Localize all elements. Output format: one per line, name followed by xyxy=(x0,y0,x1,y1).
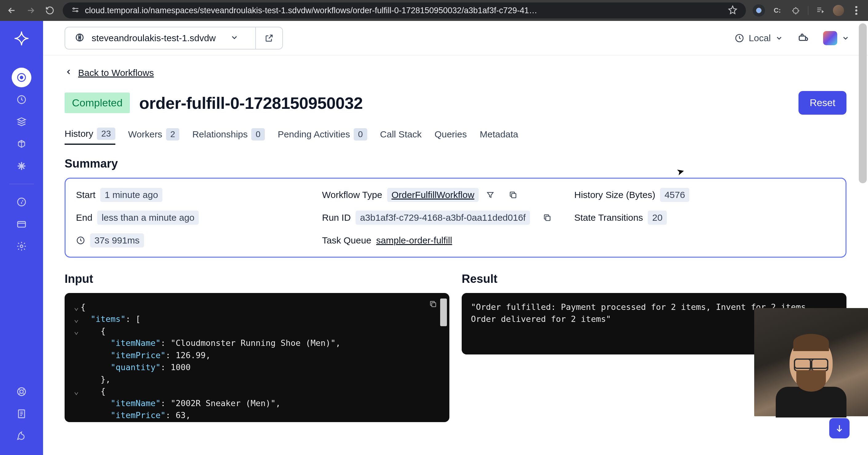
summary-duration: 37s 991ms xyxy=(76,233,322,248)
sidebar-settings-icon[interactable] xyxy=(12,236,31,256)
browser-reload-icon[interactable] xyxy=(44,4,56,17)
divider xyxy=(808,6,808,15)
tab-pending-count: 0 xyxy=(354,128,367,140)
input-heading: Input xyxy=(65,272,450,286)
extensions-puzzle-icon[interactable] xyxy=(789,4,802,17)
sidebar-workflows-icon[interactable] xyxy=(12,68,31,87)
tab-queries[interactable]: Queries xyxy=(435,128,467,145)
summary-start: Start 1 minute ago xyxy=(76,188,322,202)
status-badge: Completed xyxy=(65,93,130,113)
scroll-down-fab[interactable] xyxy=(829,418,849,438)
timezone-picker[interactable]: Local xyxy=(735,33,783,43)
sidebar-archival-icon[interactable] xyxy=(12,134,31,154)
sidebar xyxy=(0,21,43,455)
svg-point-2 xyxy=(756,8,762,13)
tabs: History 23 Workers 2 Relationships 0 Pen… xyxy=(65,128,846,145)
chevron-left-icon xyxy=(65,68,72,78)
tab-workers[interactable]: Workers 2 xyxy=(128,128,180,145)
svg-point-3 xyxy=(856,6,857,8)
summary-box: Start 1 minute ago Workflow Type OrderFu… xyxy=(65,178,846,258)
tab-callstack-label: Call Stack xyxy=(380,129,422,139)
namespace-icon xyxy=(74,32,85,44)
summary-task-queue: Task Queue sample-order-fulfill xyxy=(322,235,574,246)
sidebar-docs-icon[interactable] xyxy=(12,404,31,424)
input-code-box[interactable]: ⌄{ ⌄ "items": [ ⌄ { "itemName": "Cloudmo… xyxy=(65,293,450,422)
extension-2-icon[interactable]: C: xyxy=(771,4,783,17)
workflow-type-link[interactable]: OrderFulfillWorkflow xyxy=(387,188,479,202)
bookmark-star-icon[interactable] xyxy=(728,5,737,16)
chevron-down-icon xyxy=(223,33,246,43)
reset-button[interactable]: Reset xyxy=(799,91,846,115)
summary-history-size: History Size (Bytes) 4576 xyxy=(574,188,835,202)
site-settings-icon[interactable] xyxy=(71,6,80,15)
title-row: Completed order-fulfill-0-1728150950032 … xyxy=(65,91,846,115)
browser-forward-icon[interactable] xyxy=(25,4,37,17)
tab-pending-label: Pending Activities xyxy=(278,129,350,139)
sidebar-usage-icon[interactable] xyxy=(12,192,31,212)
sidebar-billing-icon[interactable] xyxy=(12,214,31,234)
namespace-name: steveandroulakis-test-1.sdvdw xyxy=(92,33,216,43)
browser-chrome: cloud.temporal.io/namespaces/steveandrou… xyxy=(0,0,868,21)
sidebar-schedules-icon[interactable] xyxy=(12,90,31,109)
back-to-workflows-link[interactable]: Back to Workflows xyxy=(65,68,154,78)
browser-toolbar-right: C: xyxy=(753,4,863,17)
filter-icon[interactable] xyxy=(486,191,495,199)
svg-rect-19 xyxy=(512,193,516,198)
summary-workflow-type: Workflow Type OrderFulfillWorkflow xyxy=(322,188,574,202)
tab-history-label: History xyxy=(65,129,93,139)
svg-rect-20 xyxy=(546,216,550,221)
tab-pending-activities[interactable]: Pending Activities 0 xyxy=(278,128,367,145)
extension-1-icon[interactable] xyxy=(753,4,765,17)
svg-rect-10 xyxy=(18,222,26,227)
svg-rect-18 xyxy=(799,36,806,40)
summary-end: End less than a minute ago xyxy=(76,210,322,225)
code-scrollbar[interactable] xyxy=(440,298,447,326)
browser-back-icon[interactable] xyxy=(5,4,18,17)
tab-history[interactable]: History 23 xyxy=(65,128,115,145)
tab-relationships-label: Relationships xyxy=(192,129,248,139)
copy-icon[interactable] xyxy=(429,299,437,311)
sidebar-nexus-icon[interactable] xyxy=(12,156,31,176)
sidebar-support-icon[interactable] xyxy=(12,382,31,401)
timezone-label: Local xyxy=(749,33,771,43)
tab-call-stack[interactable]: Call Stack xyxy=(380,128,422,145)
summary-heading: Summary xyxy=(65,157,846,170)
main-panel: steveandroulakis-test-1.sdvdw Local xyxy=(43,21,868,455)
svg-point-13 xyxy=(20,390,23,393)
svg-rect-22 xyxy=(432,303,436,307)
tab-workers-label: Workers xyxy=(128,129,162,139)
sidebar-divider xyxy=(9,184,34,184)
namespace-picker[interactable]: steveandroulakis-test-1.sdvdw xyxy=(65,27,283,50)
temporal-logo-icon[interactable] xyxy=(13,30,30,47)
tab-metadata[interactable]: Metadata xyxy=(480,128,518,145)
tab-metadata-label: Metadata xyxy=(480,129,518,139)
svg-point-7 xyxy=(20,76,23,79)
tab-relationships[interactable]: Relationships 0 xyxy=(192,128,265,145)
summary-run-id: Run ID a3b1af3f-c729-4168-a3bf-0aa11ded0… xyxy=(322,210,574,225)
svg-point-5 xyxy=(856,13,857,15)
browser-url-bar[interactable]: cloud.temporal.io/namespaces/steveandrou… xyxy=(63,2,746,19)
browser-menu-icon[interactable] xyxy=(850,4,863,17)
back-label: Back to Workflows xyxy=(78,68,154,78)
app-container: steveandroulakis-test-1.sdvdw Local xyxy=(0,21,868,455)
tab-workers-count: 2 xyxy=(166,128,180,140)
result-heading: Result xyxy=(462,272,846,286)
workflow-id-heading: order-fulfill-0-1728150950032 xyxy=(139,94,363,112)
clock-icon xyxy=(76,236,85,245)
sidebar-feedback-icon[interactable] xyxy=(12,426,31,446)
task-queue-link[interactable]: sample-order-fulfill xyxy=(376,235,452,246)
copy-icon[interactable] xyxy=(543,214,552,222)
topbar: steveandroulakis-test-1.sdvdw Local xyxy=(43,21,868,55)
copy-icon[interactable] xyxy=(509,191,517,199)
content: Back to Workflows Completed order-fulfil… xyxy=(43,55,868,434)
labs-icon[interactable] xyxy=(797,32,809,44)
url-text: cloud.temporal.io/namespaces/steveandrou… xyxy=(85,6,722,15)
user-menu[interactable] xyxy=(823,31,849,45)
browser-profile-avatar[interactable] xyxy=(833,5,844,16)
svg-point-0 xyxy=(73,8,74,9)
external-link-button[interactable] xyxy=(255,27,282,49)
media-playlist-icon[interactable] xyxy=(814,4,827,17)
svg-point-4 xyxy=(856,9,857,11)
sidebar-batch-icon[interactable] xyxy=(12,112,31,132)
tab-history-count: 23 xyxy=(97,128,115,140)
